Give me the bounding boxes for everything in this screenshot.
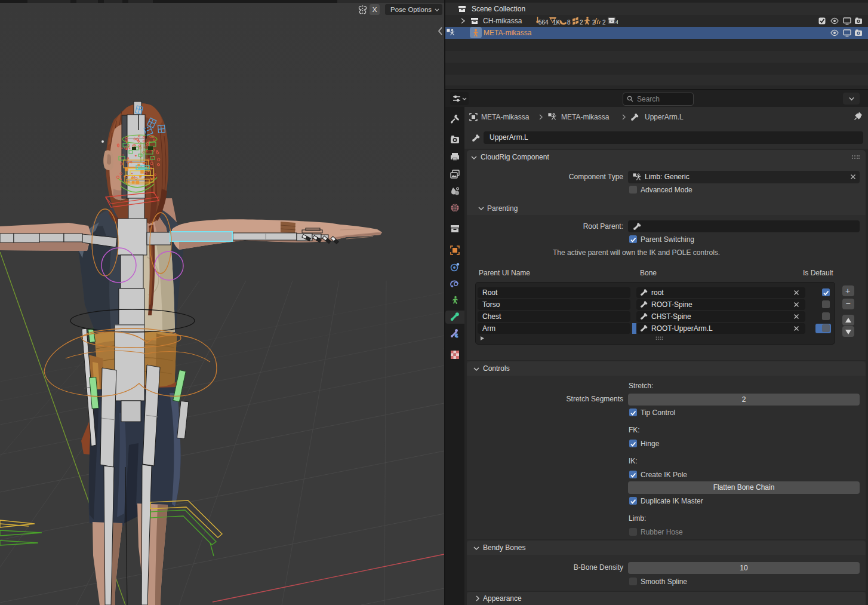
svg-text:2: 2 — [592, 19, 596, 26]
svg-text:2: 2 — [602, 19, 606, 26]
svg-text:8: 8 — [567, 19, 571, 26]
svg-text:564: 564 — [538, 19, 549, 26]
svg-text:2: 2 — [580, 19, 583, 26]
svg-text:1K: 1K — [553, 19, 561, 26]
svg-text:4: 4 — [615, 19, 618, 25]
